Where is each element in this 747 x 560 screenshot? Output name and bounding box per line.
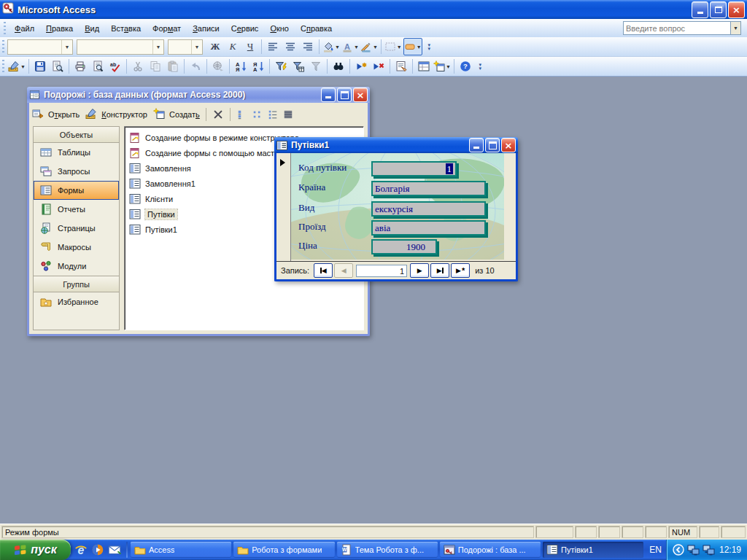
sidebar-item-macros[interactable]: Макросы <box>34 238 119 257</box>
taskbar-button[interactable]: Подорожі : база ... <box>440 542 541 558</box>
list-view-button[interactable] <box>266 107 280 122</box>
toolbar-grip[interactable] <box>4 22 6 35</box>
first-record-button[interactable]: ◀ <box>314 263 333 278</box>
groups-header[interactable]: Группы <box>34 276 119 292</box>
bold-button[interactable]: Ж <box>207 39 223 55</box>
sidebar-item-reports[interactable]: Отчеты <box>34 200 119 219</box>
field-input-2[interactable]: Болгарія <box>371 181 486 196</box>
toolbar-grip[interactable] <box>2 60 4 73</box>
spelling-button[interactable]: ab <box>107 58 123 74</box>
menu-view[interactable]: Вид <box>79 22 105 35</box>
design-button[interactable]: Конструктор <box>85 108 147 121</box>
align-left-button[interactable] <box>265 39 281 55</box>
align-center-button[interactable] <box>282 39 298 55</box>
ask-question-input[interactable] <box>623 21 730 35</box>
paste-button[interactable] <box>165 58 181 74</box>
menu-window[interactable]: Окно <box>264 22 295 35</box>
new-record-button[interactable] <box>353 58 369 74</box>
dropdown-arrow-icon[interactable]: ▼ <box>335 44 340 50</box>
dropdown-arrow-icon[interactable]: ▼ <box>20 64 26 69</box>
network-icon[interactable] <box>703 545 715 556</box>
taskbar-button[interactable]: WТема Робота з ф... <box>337 542 438 558</box>
db-maximize-button[interactable] <box>337 88 352 102</box>
line-width-button[interactable]: ▼ <box>384 39 402 55</box>
database-window-titlebar[interactable]: Подорожі : база данных (формат Access 20… <box>27 87 370 103</box>
app-close-button[interactable]: × <box>728 1 745 18</box>
details-view-button[interactable] <box>281 107 295 122</box>
save-button[interactable] <box>32 58 48 74</box>
create-button[interactable]: Создать <box>153 108 200 121</box>
toolbar-overflow-icon[interactable]: ▾▾ <box>425 39 434 55</box>
new-record-button[interactable]: ▶* <box>451 263 470 278</box>
dropdown-arrow-icon[interactable]: ▼ <box>397 44 402 50</box>
dropdown-arrow-icon[interactable]: ▼ <box>417 44 422 50</box>
db-close-button[interactable]: × <box>353 88 368 102</box>
sidebar-item-modules[interactable]: Модули <box>34 257 119 276</box>
italic-button[interactable]: К <box>225 39 241 55</box>
print-button[interactable] <box>72 58 88 74</box>
combo-arrow-icon[interactable]: ▼ <box>61 40 72 54</box>
next-record-button[interactable]: ▶ <box>410 263 429 278</box>
field-input-5[interactable]: 1900 <box>371 239 437 254</box>
cut-button[interactable] <box>130 58 146 74</box>
database-window-button[interactable] <box>416 58 432 74</box>
underline-button[interactable]: Ч <box>242 39 258 55</box>
taskbar-button[interactable]: Путівки1 <box>543 542 643 558</box>
font-combo[interactable]: ▼ <box>77 39 164 55</box>
delete-record-button[interactable] <box>371 58 387 74</box>
view-button[interactable]: ▼ <box>8 58 26 74</box>
form-close-button[interactable]: × <box>501 138 516 152</box>
form-maximize-button[interactable] <box>485 138 500 152</box>
field-input-4[interactable]: авіа <box>371 220 486 236</box>
ask-question-dropdown-icon[interactable]: ▼ <box>730 21 741 35</box>
objects-header[interactable]: Объекты <box>34 127 119 143</box>
language-indicator[interactable]: EN <box>645 545 666 555</box>
special-effect-button[interactable]: ▼ <box>403 38 422 55</box>
undo-button[interactable] <box>187 58 204 74</box>
previous-record-button[interactable]: ◀ <box>334 263 353 278</box>
network-icon[interactable] <box>687 545 700 556</box>
filter-by-form-button[interactable] <box>290 58 306 74</box>
hide-icons-chevron-icon[interactable] <box>673 544 684 556</box>
object-combo[interactable]: ▼ <box>7 39 73 55</box>
field-input-3[interactable]: екскурсія <box>371 201 486 217</box>
toolbar-overflow-icon[interactable]: ▾▾ <box>476 58 485 74</box>
combo-arrow-icon[interactable]: ▼ <box>152 40 163 54</box>
media-player-icon[interactable] <box>91 543 104 556</box>
print-preview-button[interactable] <box>90 58 106 74</box>
hyperlink-button[interactable] <box>210 58 226 74</box>
large-icons-view-button[interactable] <box>235 107 249 122</box>
taskbar-button[interactable]: Робота з формами <box>233 542 334 558</box>
form-minimize-button[interactable] <box>469 138 484 152</box>
menu-insert[interactable]: Вставка <box>105 22 147 35</box>
dropdown-arrow-icon[interactable]: ▼ <box>446 64 451 69</box>
menu-edit[interactable]: Правка <box>40 22 79 35</box>
font-size-combo[interactable]: ▼ <box>168 39 203 55</box>
delete-object-button[interactable] <box>211 107 225 122</box>
db-minimize-button[interactable] <box>321 88 336 102</box>
combo-arrow-icon[interactable]: ▼ <box>191 40 202 54</box>
file-search-button[interactable] <box>50 58 66 74</box>
form-window-titlebar[interactable]: Путівки1 × <box>274 137 518 153</box>
last-record-button[interactable]: ▶ <box>430 263 449 278</box>
properties-button[interactable] <box>393 58 409 74</box>
current-record-input[interactable]: 1 <box>356 265 407 277</box>
menu-format[interactable]: Формат <box>147 22 187 35</box>
align-right-button[interactable] <box>300 39 316 55</box>
open-button[interactable]: Открыть <box>32 108 80 121</box>
menu-file[interactable]: Файл <box>9 22 40 35</box>
font-color-button[interactable]: A▼ <box>341 39 359 55</box>
help-button[interactable]: ? <box>457 58 473 74</box>
field-input-1[interactable]: 1 <box>371 161 457 176</box>
start-button[interactable]: пуск <box>0 540 71 560</box>
find-button[interactable] <box>330 58 347 74</box>
sidebar-item-pages[interactable]: Страницы <box>34 219 119 238</box>
line-color-button[interactable]: ▼ <box>360 39 378 55</box>
copy-button[interactable] <box>147 58 163 74</box>
dropdown-arrow-icon[interactable]: ▼ <box>373 44 378 50</box>
sidebar-item-queries[interactable]: Запросы <box>34 162 119 181</box>
taskbar-button[interactable]: Access <box>131 542 231 558</box>
small-icons-view-button[interactable] <box>250 107 265 122</box>
internet-explorer-icon[interactable]: e <box>74 543 88 556</box>
dropdown-arrow-icon[interactable]: ▼ <box>354 44 359 50</box>
